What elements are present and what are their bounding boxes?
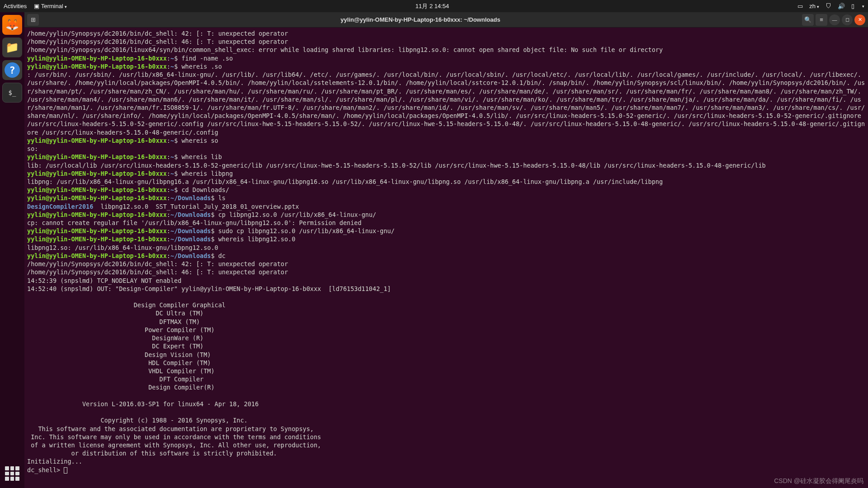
dock-terminal[interactable] bbox=[2, 83, 22, 103]
window-title: yylin@yylin-OMEN-by-HP-Laptop-16-b0xxx: … bbox=[39, 16, 802, 23]
watermark: CSDN @硅水凝胶会得阑尾炎吗 bbox=[774, 477, 863, 485]
top-panel: Activities ▣ Terminal▾ 11月 2 14:54 ▭ zh▾… bbox=[0, 0, 868, 12]
dock-files[interactable]: 📁 bbox=[2, 38, 22, 57]
clock[interactable]: 11月 2 14:54 bbox=[67, 2, 797, 10]
terminal-window: ⊞ yylin@yylin-OMEN-by-HP-Laptop-16-b0xxx… bbox=[24, 12, 868, 488]
hamburger-menu[interactable]: ≡ bbox=[816, 14, 827, 26]
activities-button[interactable]: Activities bbox=[4, 3, 27, 9]
cursor bbox=[64, 467, 67, 474]
maximize-button[interactable]: ◻ bbox=[842, 14, 853, 25]
search-button[interactable]: 🔍 bbox=[802, 14, 814, 26]
system-menu-arrow[interactable]: ▾ bbox=[862, 4, 864, 9]
new-tab-button[interactable]: ⊞ bbox=[27, 14, 39, 26]
dock: 🦊 📁 ? bbox=[0, 12, 24, 488]
close-button[interactable]: ✕ bbox=[854, 14, 865, 25]
app-menu[interactable]: ▣ Terminal▾ bbox=[34, 3, 67, 9]
dock-firefox[interactable]: 🦊 bbox=[2, 15, 22, 35]
network-icon[interactable]: ⛉ bbox=[826, 3, 831, 9]
minimize-button[interactable]: — bbox=[829, 14, 840, 25]
dock-show-apps[interactable] bbox=[2, 464, 22, 483]
terminal-output[interactable]: /home/yylin/Synopsys/dc2016/bin/dc_shell… bbox=[24, 28, 868, 488]
dock-help[interactable]: ? bbox=[2, 60, 22, 80]
battery-icon[interactable]: ▯ bbox=[851, 3, 854, 9]
notification-icon[interactable]: ▭ bbox=[797, 3, 803, 9]
titlebar: ⊞ yylin@yylin-OMEN-by-HP-Laptop-16-b0xxx… bbox=[24, 12, 868, 28]
volume-icon[interactable]: 🔊 bbox=[838, 3, 845, 9]
input-lang[interactable]: zh▾ bbox=[809, 3, 819, 9]
